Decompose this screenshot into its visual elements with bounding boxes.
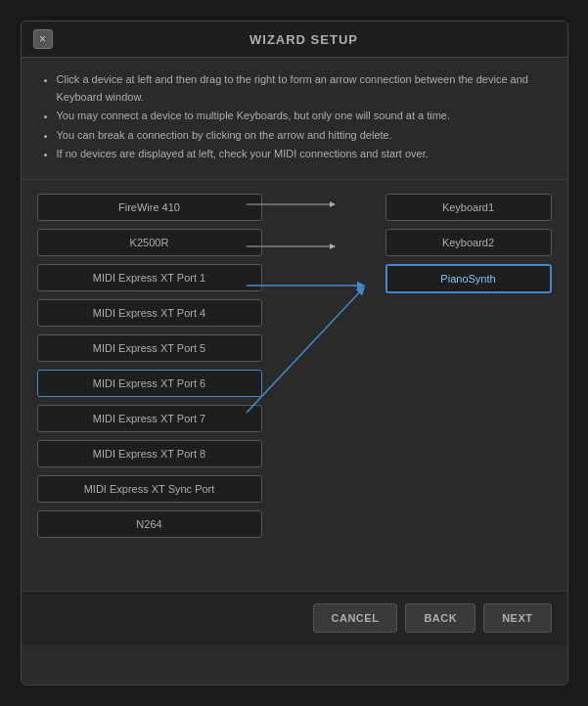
device-n264[interactable]: N264 (37, 510, 262, 538)
device-midi-xt-port7[interactable]: MIDI Express XT Port 7 (37, 405, 262, 432)
svg-line-2 (262, 279, 381, 383)
next-button[interactable]: NEXT (483, 603, 551, 633)
title-bar: × WIZARD SETUP (22, 22, 567, 58)
instruction-1: Click a device at left and then drag to … (57, 71, 548, 106)
instruction-2: You may connect a device to multiple Key… (57, 108, 548, 125)
keyboard-pianosynth[interactable]: PianoSynth (385, 264, 552, 293)
cancel-button[interactable]: CANCEL (313, 603, 398, 633)
left-device-list: FireWire 410 K2500R MIDI Express XT Port… (37, 194, 262, 577)
wizard-dialog: × WIZARD SETUP Click a device at left an… (21, 21, 568, 685)
close-button[interactable]: × (33, 29, 53, 49)
back-button[interactable]: BACK (405, 603, 475, 633)
dialog-title: WIZARD SETUP (53, 32, 556, 47)
footer: CANCEL BACK NEXT (22, 591, 567, 644)
instruction-3: You can break a connection by clicking o… (57, 127, 548, 145)
device-k2500r[interactable]: K2500R (37, 229, 262, 256)
device-midi-xt-sync[interactable]: MIDI Express XT Sync Port (37, 475, 262, 503)
instruction-4: If no devices are displayed at left, che… (57, 146, 548, 163)
device-midi-xt-port4[interactable]: MIDI Express XT Port 4 (37, 299, 262, 327)
keyboard-1[interactable]: Keyboard1 (385, 194, 552, 221)
device-firewire410[interactable]: FireWire 410 (37, 194, 262, 221)
keyboard-2[interactable]: Keyboard2 (385, 229, 552, 256)
device-midi-xt-port8[interactable]: MIDI Express XT Port 8 (37, 440, 262, 467)
content-area: FireWire 410 K2500R MIDI Express XT Port… (22, 180, 567, 591)
device-midi-xt-port5[interactable]: MIDI Express XT Port 5 (37, 334, 262, 362)
instructions-area: Click a device at left and then drag to … (22, 58, 567, 180)
right-keyboard-list: Keyboard1 Keyboard2 PianoSynth (385, 194, 552, 293)
svg-line-3 (262, 278, 381, 279)
device-midi-xt-port6[interactable]: MIDI Express XT Port 6 (37, 370, 262, 397)
device-midi-xt-port1[interactable]: MIDI Express XT Port 1 (37, 264, 262, 291)
